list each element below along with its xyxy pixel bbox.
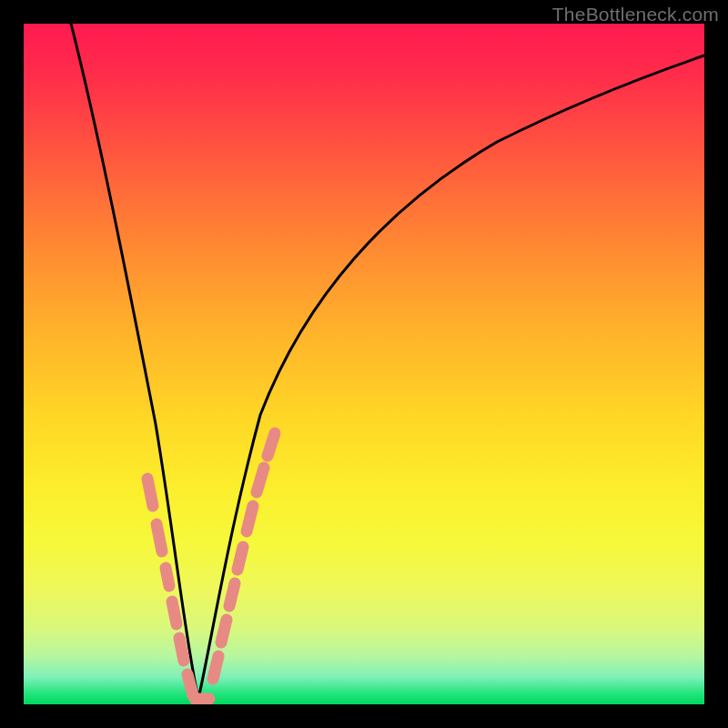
curve-marker	[257, 468, 264, 492]
curve-marker	[229, 583, 235, 606]
curve-marker	[238, 547, 243, 570]
curve-marker	[268, 433, 275, 456]
curve-marker	[247, 506, 253, 531]
chart-frame: TheBottleneck.com	[0, 0, 728, 728]
curve-marker	[166, 568, 169, 586]
curve-marker	[157, 524, 162, 551]
curve-marker	[221, 620, 227, 642]
plot-area	[24, 24, 704, 704]
curve-marker	[172, 602, 177, 624]
curve-marker	[147, 479, 153, 506]
curve-marker	[213, 656, 218, 679]
marker-group	[147, 433, 275, 699]
curve-marker	[187, 674, 193, 695]
watermark-text: TheBottleneck.com	[552, 4, 719, 25]
curve-marker	[179, 638, 184, 661]
bottleneck-curve	[71, 24, 704, 699]
curve-layer	[24, 24, 704, 704]
